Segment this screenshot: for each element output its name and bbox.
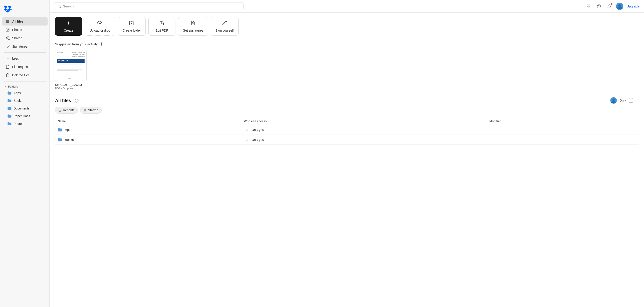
- notification-dot: [611, 3, 612, 5]
- folder-icon: [7, 91, 12, 95]
- sort-arrow: ↑: [67, 120, 68, 123]
- sidebar-item-all-files[interactable]: All files: [2, 17, 48, 26]
- sidebar-item-signatures[interactable]: Signatures: [2, 43, 48, 51]
- create-folder-button[interactable]: Create folder: [118, 17, 146, 36]
- tab-recents[interactable]: Recents: [55, 107, 78, 114]
- sidebar-item-deleted-files[interactable]: Deleted files: [2, 71, 48, 79]
- tab-recents-label: Recents: [63, 108, 74, 112]
- sidebar-item-label: Less: [12, 57, 19, 60]
- sidebar-item-label: Signatures: [12, 45, 27, 48]
- suggested-files: SAMSUNG SM-G925FSM-G925FQ SM-G925ISM-G92…: [55, 50, 638, 90]
- row-name-cell: Books: [55, 135, 241, 145]
- svg-point-12: [618, 4, 621, 7]
- upload-label: Upload or drop: [90, 29, 110, 32]
- create-label: Create: [64, 29, 73, 32]
- row-modified-cell: --: [486, 125, 638, 135]
- row-access-cell: ☆ Only you: [241, 125, 487, 135]
- sidebar-folder-photos[interactable]: Photos: [2, 120, 48, 127]
- settings-button[interactable]: [73, 97, 80, 104]
- upload-button[interactable]: Upload or drop: [85, 17, 115, 36]
- svg-point-23: [612, 99, 615, 101]
- select-all-checkbox[interactable]: [629, 98, 633, 103]
- svg-rect-8: [589, 7, 590, 8]
- svg-rect-7: [587, 7, 588, 8]
- view-toggle: [629, 98, 638, 103]
- folder-label: Apps: [14, 91, 21, 95]
- file-table: Name ↑ Who can access Modified Apps: [55, 118, 638, 145]
- signatures-icon: [6, 44, 10, 49]
- sidebar-divider: [4, 52, 46, 53]
- row-modified-cell: --: [486, 135, 638, 145]
- table-row[interactable]: Apps ☆ Only you --: [55, 125, 638, 135]
- sidebar-item-photos[interactable]: Photos: [2, 26, 48, 34]
- row-access-text: Only you: [252, 138, 264, 142]
- folder-label: Photos: [14, 122, 24, 126]
- edit-pdf-label: Edit PDF: [156, 29, 168, 32]
- sidebar-folder-paper-docs[interactable]: Paper Docs: [2, 112, 48, 120]
- svg-point-21: [76, 100, 77, 101]
- file-requests-icon: [6, 65, 10, 69]
- sidebar-item-label: Shared: [12, 36, 22, 40]
- star-button[interactable]: ☆: [244, 137, 250, 142]
- suggested-file-card[interactable]: SAMSUNG SM-G925FSM-G925FQ SM-G925ISM-G92…: [55, 50, 86, 90]
- table-header-row: Name ↑ Who can access Modified: [55, 118, 638, 125]
- sidebar-item-file-requests[interactable]: File requests: [2, 63, 48, 71]
- folders-label: Folders: [8, 85, 18, 88]
- edit-pdf-button[interactable]: Edit PDF: [148, 17, 176, 36]
- tab-starred[interactable]: Starred: [80, 107, 102, 114]
- create-button[interactable]: Create: [55, 17, 82, 36]
- folders-section-title[interactable]: Folders: [0, 83, 50, 89]
- folder-label: Paper Docs: [14, 114, 30, 118]
- search-bar[interactable]: [54, 2, 244, 10]
- col-name: Name ↑: [55, 118, 241, 125]
- sidebar-item-less[interactable]: Less: [2, 54, 48, 63]
- get-signatures-button[interactable]: Get signatures: [178, 17, 208, 36]
- svg-rect-5: [587, 5, 588, 6]
- eye-icon: [100, 42, 104, 46]
- folder-label: Books: [14, 99, 22, 103]
- sidebar-folder-documents[interactable]: Documents: [2, 105, 48, 112]
- get-signatures-label: Get signatures: [183, 29, 204, 32]
- dropbox-logo[interactable]: [0, 3, 50, 17]
- action-buttons: Create Upload or drop Create folder Edit…: [55, 17, 638, 36]
- svg-rect-6: [589, 5, 590, 6]
- upload-icon: [98, 21, 102, 27]
- app-header: Upgrade: [50, 0, 644, 13]
- all-files-icon: [6, 19, 10, 24]
- grid-icon[interactable]: [585, 3, 592, 10]
- sidebar-item-shared[interactable]: Shared: [2, 34, 48, 42]
- help-icon[interactable]: [595, 3, 602, 10]
- all-files-header: All files Only: [55, 97, 638, 104]
- folder-icon: [7, 98, 12, 103]
- edit-pdf-icon: [160, 21, 164, 27]
- only-label: Only: [620, 99, 626, 102]
- sign-yourself-button[interactable]: Sign yourself: [211, 17, 238, 36]
- all-files-title-text: All files: [55, 98, 71, 103]
- header-right: Upgrade: [585, 3, 640, 10]
- table-head: Name ↑ Who can access Modified: [55, 118, 638, 125]
- bell-btn-wrap: [606, 3, 613, 10]
- table-row[interactable]: Books ☆ Only you --: [55, 135, 638, 145]
- star-button[interactable]: ☆: [244, 127, 250, 132]
- avatar[interactable]: [616, 3, 623, 10]
- sign-yourself-icon: [222, 21, 227, 27]
- suggested-section-title: Suggested from your activity: [55, 42, 638, 46]
- help-btn-wrap: [595, 3, 602, 10]
- upgrade-button[interactable]: Upgrade: [626, 4, 640, 8]
- filter-tabs: Recents Starred: [55, 107, 638, 114]
- svg-line-4: [60, 7, 61, 8]
- bell-icon[interactable]: [606, 3, 613, 10]
- row-access-text: Only you: [252, 128, 264, 132]
- row-name-text: Books: [65, 138, 74, 142]
- row-name-text: Apps: [65, 128, 72, 132]
- owner-avatar[interactable]: [610, 97, 617, 104]
- sidebar-folder-apps[interactable]: Apps: [2, 89, 48, 97]
- search-input[interactable]: [63, 4, 240, 8]
- row-folder-icon: [58, 127, 63, 132]
- sidebar: All files Photos Shared Signatures Le: [0, 0, 50, 307]
- list-view-icon[interactable]: [634, 98, 638, 103]
- svg-point-20: [101, 44, 102, 45]
- sidebar-folder-books[interactable]: Books: [2, 97, 48, 104]
- col-modified: Modified: [486, 118, 638, 125]
- file-name: SM-G925…_170203: [55, 83, 86, 87]
